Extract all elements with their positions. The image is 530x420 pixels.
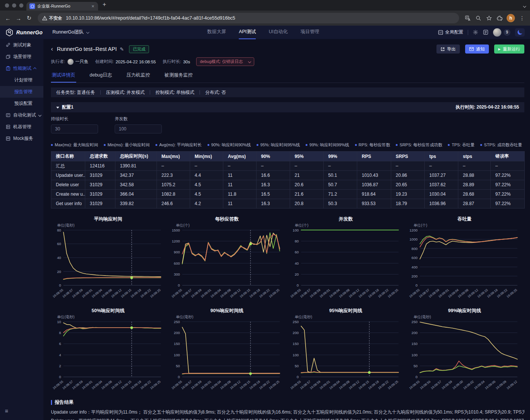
back-chevron-icon[interactable]: ‹ [51, 45, 53, 53]
sidebar-item-自动化测试[interactable]: 自动化测试 [0, 109, 43, 121]
table-cell: 28.87 [458, 199, 491, 208]
new-tab-button[interactable]: + [103, 1, 106, 8]
chart-canvas[interactable]: 02040608010016:08:5516:08:5716:08:5916:0… [286, 227, 402, 304]
table-cell: 11 [223, 180, 257, 190]
table-cell: 21 [290, 171, 324, 180]
nav-item-项目管理[interactable]: 项目管理 [300, 26, 319, 39]
svg-text:150: 150 [174, 342, 180, 346]
sidebar-item-场景管理[interactable]: 场景管理 [0, 51, 43, 63]
tab-被测服务监控[interactable]: 被测服务监控 [164, 69, 194, 83]
created-label: 创建时间: [95, 59, 114, 64]
notify-button[interactable]: 通知 [465, 44, 489, 54]
tab-测试详情页[interactable]: 测试详情页 [51, 69, 76, 83]
table-cell: 97.22% [491, 199, 525, 208]
svg-text:16:09:12: 16:09:12 [506, 380, 518, 390]
tab-压力机监控[interactable]: 压力机监控 [126, 69, 151, 83]
browser-tab[interactable]: 企业版-RunnerGo × [26, 2, 98, 11]
notification-badge[interactable]: 9 [504, 29, 510, 36]
not-secure-warning[interactable]: 不安全 [42, 15, 62, 21]
svg-text:16:09:18: 16:09:18 [249, 288, 261, 299]
svg-text:16:09:25: 16:09:25 [149, 288, 161, 299]
svg-text:250: 250 [412, 320, 418, 324]
svg-text:1500: 1500 [172, 228, 180, 232]
window-close-button[interactable] [5, 3, 9, 8]
config-strip[interactable]: 配置1 执行时间: 2025-04-22 16:08:55 [51, 102, 524, 112]
table-cell: 18.79 [391, 199, 425, 208]
table-header-cell: stps [458, 152, 491, 161]
table-cell: 50.1 [324, 171, 357, 180]
concurrency-input[interactable] [115, 124, 162, 133]
edit-pencil-icon[interactable]: ✎ [120, 46, 124, 52]
chart-canvas[interactable]: 05010015020025016:08:5516:08:5716:08:591… [286, 319, 402, 395]
dark-mode-toggle[interactable] [515, 28, 525, 37]
table-cell: 31029 [85, 171, 115, 180]
runnergo-logo[interactable]: RunnerGo [5, 28, 43, 37]
table-header-cell: 总响应时间(s) [115, 152, 157, 161]
summary-title: 报告结果 [55, 399, 74, 406]
sidebar-collapse-icon[interactable]: ≡ [5, 408, 8, 414]
chart-canvas[interactable]: 03006009001200150016:08:5516:08:5716:08:… [167, 227, 284, 304]
back-button[interactable]: ← [3, 13, 13, 23]
table-cell: 1037.27 [425, 171, 458, 180]
collapse-caret-icon [56, 107, 59, 109]
table-header-cell: 错误率 [491, 152, 525, 161]
sidebar-item-预设配置[interactable]: 预设配置 [0, 98, 43, 109]
global-config-button[interactable]: 全局配置 [438, 29, 463, 35]
team-selector[interactable]: RunnerGo团队 [52, 29, 89, 35]
browser-menu-icon[interactable]: ⋮ [517, 13, 527, 23]
document-edit-icon[interactable] [483, 29, 489, 35]
user-avatar[interactable] [493, 28, 501, 37]
nav-item-API测试[interactable]: API测试 [239, 26, 256, 39]
svg-text:16:08:55: 16:08:55 [290, 380, 302, 390]
extensions-icon[interactable] [495, 13, 504, 23]
sidebar-item-报告管理[interactable]: 报告管理 [0, 86, 43, 98]
chart-canvas[interactable]: 05010015020025016:08:5516:08:5716:08:591… [167, 319, 284, 395]
automation-test-icon [6, 113, 11, 118]
rerun-button[interactable]: ▶ 重新运行 [494, 44, 524, 54]
sidebar-item-性能测试[interactable]: 性能测试 [0, 63, 43, 74]
debug-mode-select[interactable]: debug模式: 仅错误日志 [196, 57, 254, 66]
svg-text:60: 60 [57, 242, 61, 246]
task-info-item: 分布式: 否 [205, 89, 226, 96]
svg-text:20: 20 [57, 270, 61, 274]
window-minimize-button[interactable] [12, 3, 16, 8]
legend-dot [207, 144, 209, 146]
table-header-cell: RPS [357, 152, 391, 161]
reload-button[interactable]: ↻ [24, 13, 34, 23]
legend-item: Min(ms): 最小响应时间 [104, 142, 150, 148]
chart-canvas[interactable]: 02004006008001000120016:08:5516:08:5716:… [405, 227, 521, 304]
task-info-strip: 任务类型: 普通任务压测模式: 并发模式控制模式: 单独模式分布式: 否 [51, 87, 524, 97]
address-bar[interactable]: 不安全 10.10.10.110:86/work/#/report/detail… [38, 13, 459, 23]
tab-debug日志[interactable]: debug日志 [89, 69, 113, 83]
scene-manage-icon [6, 54, 11, 59]
divider [100, 90, 101, 95]
sidebar-item-机器管理[interactable]: 机器管理 [0, 121, 43, 133]
url-text: 10.10.10.110:86/work/#/report/detail?id=… [66, 15, 235, 21]
chart-unit-label: 单位(毫秒) [413, 314, 524, 319]
task-info-item: 控制模式: 单独模式 [155, 89, 194, 96]
chevron-down-icon [38, 113, 41, 116]
browser-profile-avatar[interactable]: h [507, 14, 515, 22]
bookmark-star-icon[interactable] [484, 13, 494, 23]
nav-item-数据大屏[interactable]: 数据大屏 [207, 26, 226, 39]
sidebar-item-测试对象[interactable]: 测试对象 [0, 39, 43, 51]
tab-search-chevron-icon[interactable] [521, 3, 525, 9]
sidebar-item-计划管理[interactable]: 计划管理 [0, 74, 43, 86]
chart-canvas[interactable]: 024681016:08:5516:08:5716:08:5916:09:011… [49, 319, 165, 395]
zoom-icon[interactable] [473, 13, 483, 23]
export-button[interactable]: 导出 [436, 44, 460, 54]
window-maximize-button[interactable] [19, 3, 23, 8]
translate-icon[interactable] [463, 13, 473, 23]
tab-close-icon[interactable]: × [91, 3, 95, 9]
nav-item-UI自动化[interactable]: UI自动化 [269, 26, 287, 39]
svg-text:20: 20 [295, 272, 299, 276]
chart-canvas[interactable]: 02040608016:08:5516:08:5716:08:5916:09:0… [49, 227, 165, 304]
settings-gear-icon[interactable] [473, 29, 478, 35]
chart-canvas[interactable]: 05010015020025016:08:5516:08:5616:08:571… [405, 319, 521, 395]
duration-input[interactable] [51, 124, 98, 133]
moon-icon [517, 29, 523, 35]
table-cell: 20.65 [391, 180, 425, 190]
sidebar-item-Mock服务[interactable]: Mock服务 [0, 133, 43, 144]
forward-button[interactable]: → [14, 13, 23, 23]
machine-manage-icon [6, 124, 11, 129]
